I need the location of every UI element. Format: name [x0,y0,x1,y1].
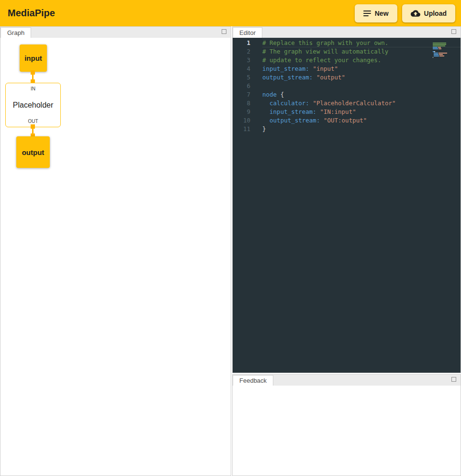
app-header: MediaPipe New Upload [0,0,461,26]
code-editor[interactable]: 1234567891011 # Replace this graph with … [233,38,461,373]
maximize-icon[interactable] [451,29,456,34]
tab-graph[interactable]: Graph [0,27,31,38]
cloud-upload-icon [411,9,420,18]
feedback-content [233,386,461,476]
main-area: Graph input IN Placeholder OUT [0,26,461,476]
input-port-label: IN [31,86,35,91]
maximize-icon[interactable] [451,377,456,382]
editor-minimap[interactable] [433,39,456,55]
graph-node-output[interactable]: output [16,136,50,168]
graph-panel: Graph input IN Placeholder OUT [0,26,231,476]
graph-node-placeholder[interactable]: IN Placeholder OUT [5,83,61,127]
editor-panel: Editor 1234567891011 # Replace this grap… [232,26,461,373]
header-buttons: New Upload [355,4,455,22]
upload-button[interactable]: Upload [402,4,455,22]
feedback-panel-bar: Feedback [233,375,461,386]
code-lines[interactable]: # Replace this graph with your own.# The… [262,39,461,133]
node-placeholder-label: Placeholder [13,101,54,110]
output-port-label: OUT [28,119,38,124]
node-output-label: output [22,148,45,156]
line-number-gutter: 1234567891011 [233,39,250,133]
app-title: MediaPipe [8,8,55,19]
tab-feedback[interactable]: Feedback [233,375,273,386]
tab-editor[interactable]: Editor [233,27,262,38]
new-button-label: New [375,10,389,17]
editor-panel-bar: Editor [233,27,461,38]
maximize-icon[interactable] [222,29,226,34]
new-button[interactable]: New [355,4,397,22]
graph-panel-bar: Graph [0,27,231,38]
node-input-label: input [24,54,42,62]
upload-button-label: Upload [424,10,447,17]
graph-node-input[interactable]: input [20,44,47,72]
menu-icon [363,11,371,16]
graph-canvas[interactable]: input IN Placeholder OUT output [0,38,231,476]
feedback-panel: Feedback [232,374,461,476]
